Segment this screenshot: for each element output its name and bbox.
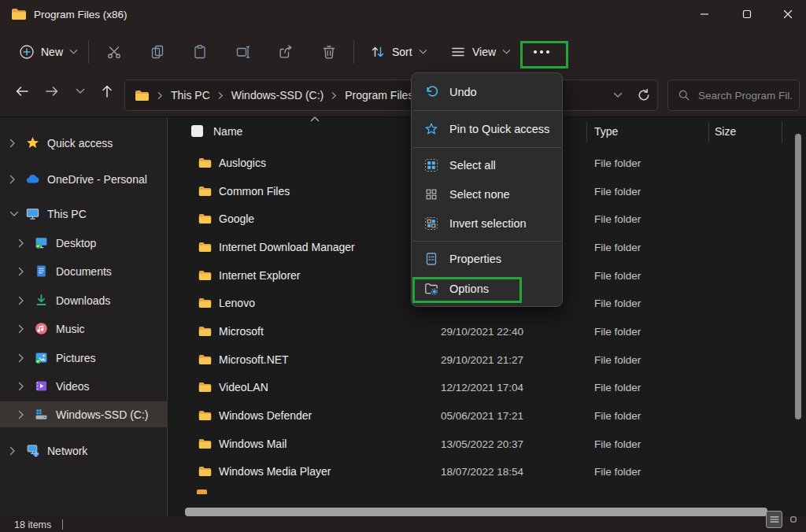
view-button[interactable]: View	[442, 31, 519, 72]
sidebar-item-label: Music	[56, 323, 85, 335]
table-row[interactable]: Windows Media Player 18/07/2022 18:54 Fi…	[181, 460, 793, 483]
copy-icon	[150, 44, 165, 60]
close-button[interactable]	[770, 0, 806, 28]
file-name: Google	[219, 212, 254, 225]
sidebar-item-videos[interactable]: Videos	[0, 373, 183, 399]
folder-icon	[198, 382, 212, 393]
chevron-right-icon[interactable]	[18, 296, 24, 305]
folder-icon	[198, 410, 212, 421]
file-name: Common Files	[219, 185, 290, 198]
sidebar-item-downloads[interactable]: Downloads	[0, 287, 183, 313]
breadcrumb: This PC Windows-SSD (C:) Program Files (…	[135, 89, 442, 102]
forward-button[interactable]	[36, 76, 68, 107]
file-name: VideoLAN	[219, 381, 268, 393]
table-row[interactable]: Windows Mail 13/05/2022 20:37 File folde…	[181, 432, 793, 456]
breadcrumb-this-pc[interactable]: This PC	[171, 89, 210, 102]
select-all-checkbox[interactable]	[191, 125, 203, 137]
column-resize-handle[interactable]	[782, 122, 782, 142]
details-view-icon	[769, 514, 780, 525]
chevron-right-icon[interactable]	[18, 324, 24, 334]
table-row[interactable]: Microsoft.NET 29/10/2021 21:27 File fold…	[181, 348, 793, 371]
search-box[interactable]	[667, 79, 800, 111]
column-resize-handle[interactable]	[586, 122, 587, 142]
menu-item-label: Undo	[449, 86, 477, 98]
sidebar-item-network[interactable]: Network	[0, 438, 175, 464]
address-bar[interactable]: This PC Windows-SSD (C:) Program Files (…	[124, 79, 658, 111]
column-header-name[interactable]: Name	[213, 125, 242, 138]
search-input[interactable]	[697, 89, 794, 102]
column-resize-handle[interactable]	[708, 122, 709, 142]
menu-item-properties[interactable]: Properties	[414, 244, 560, 273]
sidebar-item-quick-access[interactable]: Quick access	[0, 130, 175, 156]
chevron-right-icon[interactable]	[9, 139, 16, 148]
see-more-dropdown-menu: Undo Pin to Quick access Select all Sele…	[411, 72, 563, 307]
chevron-down-icon[interactable]	[9, 211, 19, 217]
minimize-button[interactable]	[686, 0, 723, 28]
chevron-right-icon[interactable]	[18, 410, 24, 419]
breadcrumb-drive[interactable]: Windows-SSD (C:)	[231, 89, 324, 102]
file-name: Internet Download Manager	[219, 241, 355, 253]
chevron-right-icon[interactable]	[18, 238, 24, 248]
sidebar-item-label: Downloads	[56, 294, 110, 307]
chevron-right-icon[interactable]	[9, 175, 16, 184]
sidebar-item-documents[interactable]: Documents	[0, 258, 183, 284]
sidebar-item-this-pc[interactable]: This PC	[0, 201, 175, 227]
sidebar-item-label: Pictures	[56, 352, 96, 364]
chevron-right-icon[interactable]	[18, 267, 24, 276]
toolbar-separator	[353, 40, 354, 64]
menu-item-select-none[interactable]: Select none	[414, 179, 560, 209]
share-button[interactable]	[270, 31, 301, 72]
menu-item-undo[interactable]: Undo	[414, 76, 560, 108]
maximize-button[interactable]	[729, 0, 765, 28]
rename-button[interactable]	[227, 31, 259, 72]
trash-icon	[321, 44, 337, 60]
file-name: Lenovo	[219, 297, 255, 309]
star-icon	[26, 136, 39, 150]
details-view-button[interactable]	[766, 511, 782, 528]
arrow-up-icon	[99, 83, 115, 99]
sidebar-item-music[interactable]: Music	[0, 316, 183, 342]
vertical-scrollbar[interactable]	[795, 134, 801, 419]
select-none-icon	[424, 187, 438, 201]
sidebar-item-windows-ssd[interactable]: Windows-SSD (C:)	[0, 401, 183, 427]
chevron-right-icon[interactable]	[18, 353, 24, 363]
delete-button[interactable]	[313, 31, 345, 72]
search-icon	[678, 89, 690, 102]
sort-ascending-icon	[310, 116, 320, 122]
refresh-icon[interactable]	[637, 88, 651, 102]
large-icons-view-icon	[788, 514, 799, 525]
paste-button[interactable]	[184, 31, 216, 72]
menu-item-invert-selection[interactable]: Invert selection	[414, 209, 560, 238]
table-row[interactable]: Windows Defender 05/06/2021 17:21 File f…	[181, 404, 793, 427]
sort-button[interactable]: Sort	[362, 31, 435, 72]
chevron-right-icon[interactable]	[18, 382, 24, 391]
invert-selection-icon	[424, 216, 438, 231]
new-button[interactable]: New	[11, 31, 86, 72]
sidebar-item-desktop[interactable]: Desktop	[0, 230, 183, 256]
cut-button[interactable]	[98, 31, 130, 72]
back-button[interactable]	[6, 76, 38, 107]
copy-button[interactable]	[142, 31, 173, 72]
column-header-size[interactable]: Size	[715, 125, 736, 138]
sidebar-item-onedrive[interactable]: OneDrive - Personal	[0, 166, 175, 192]
chevron-right-icon[interactable]	[9, 446, 16, 456]
large-icons-view-button[interactable]	[785, 511, 801, 528]
sidebar-item-label: Documents	[56, 265, 112, 278]
file-type: File folder	[594, 213, 641, 225]
file-name: Windows Mail	[219, 438, 287, 450]
chevron-down-icon	[76, 88, 85, 94]
up-button[interactable]	[91, 76, 123, 107]
highlight-box-see-more	[520, 41, 568, 68]
menu-item-select-all[interactable]: Select all	[414, 150, 560, 179]
chevron-down-icon	[69, 49, 78, 55]
table-row[interactable]: VideoLAN 12/12/2021 17:04 File folder	[181, 375, 793, 399]
status-bar: 18 items	[0, 517, 806, 532]
table-row[interactable]: Microsoft 29/10/2021 22:40 File folder	[181, 320, 793, 343]
sidebar-item-pictures[interactable]: Pictures	[0, 345, 183, 371]
horizontal-scrollbar[interactable]	[185, 508, 767, 516]
sidebar-item-label: Quick access	[47, 137, 113, 150]
menu-item-pin-to-quick-access[interactable]: Pin to Quick access	[414, 113, 560, 145]
address-dropdown-chevron[interactable]	[613, 92, 623, 98]
column-header-type[interactable]: Type	[594, 125, 618, 138]
folder-icon	[198, 438, 212, 449]
